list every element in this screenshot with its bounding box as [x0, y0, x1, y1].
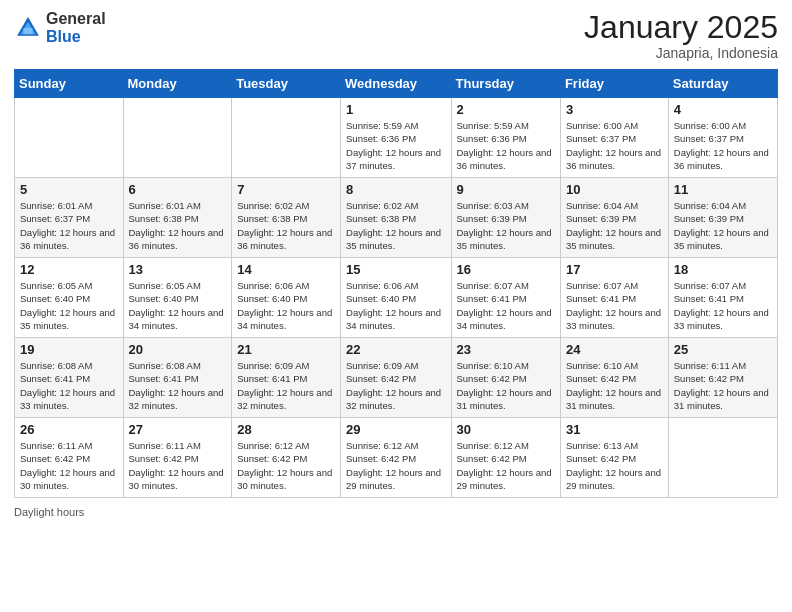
day-number: 17 — [566, 262, 663, 277]
footer: Daylight hours — [14, 506, 778, 518]
calendar-week-5: 26Sunrise: 6:11 AM Sunset: 6:42 PM Dayli… — [15, 418, 778, 498]
day-number: 30 — [457, 422, 555, 437]
day-info: Sunrise: 6:10 AM Sunset: 6:42 PM Dayligh… — [457, 359, 555, 412]
day-number: 20 — [129, 342, 227, 357]
calendar-dow-friday: Friday — [560, 70, 668, 98]
day-number: 15 — [346, 262, 445, 277]
calendar-cell: 6Sunrise: 6:01 AM Sunset: 6:38 PM Daylig… — [123, 178, 232, 258]
day-number: 11 — [674, 182, 772, 197]
calendar-dow-thursday: Thursday — [451, 70, 560, 98]
day-info: Sunrise: 6:07 AM Sunset: 6:41 PM Dayligh… — [566, 279, 663, 332]
day-number: 13 — [129, 262, 227, 277]
calendar: SundayMondayTuesdayWednesdayThursdayFrid… — [14, 69, 778, 498]
day-number: 8 — [346, 182, 445, 197]
day-number: 28 — [237, 422, 335, 437]
calendar-cell: 4Sunrise: 6:00 AM Sunset: 6:37 PM Daylig… — [668, 98, 777, 178]
day-info: Sunrise: 6:00 AM Sunset: 6:37 PM Dayligh… — [674, 119, 772, 172]
calendar-cell: 10Sunrise: 6:04 AM Sunset: 6:39 PM Dayli… — [560, 178, 668, 258]
day-info: Sunrise: 6:03 AM Sunset: 6:39 PM Dayligh… — [457, 199, 555, 252]
calendar-dow-monday: Monday — [123, 70, 232, 98]
calendar-dow-wednesday: Wednesday — [341, 70, 451, 98]
calendar-header-row: SundayMondayTuesdayWednesdayThursdayFrid… — [15, 70, 778, 98]
day-info: Sunrise: 6:05 AM Sunset: 6:40 PM Dayligh… — [20, 279, 118, 332]
calendar-cell: 12Sunrise: 6:05 AM Sunset: 6:40 PM Dayli… — [15, 258, 124, 338]
calendar-cell: 14Sunrise: 6:06 AM Sunset: 6:40 PM Dayli… — [232, 258, 341, 338]
calendar-cell: 1Sunrise: 5:59 AM Sunset: 6:36 PM Daylig… — [341, 98, 451, 178]
calendar-dow-saturday: Saturday — [668, 70, 777, 98]
calendar-cell: 11Sunrise: 6:04 AM Sunset: 6:39 PM Dayli… — [668, 178, 777, 258]
day-number: 18 — [674, 262, 772, 277]
calendar-cell: 9Sunrise: 6:03 AM Sunset: 6:39 PM Daylig… — [451, 178, 560, 258]
calendar-cell — [232, 98, 341, 178]
day-number: 7 — [237, 182, 335, 197]
calendar-cell: 8Sunrise: 6:02 AM Sunset: 6:38 PM Daylig… — [341, 178, 451, 258]
day-info: Sunrise: 6:10 AM Sunset: 6:42 PM Dayligh… — [566, 359, 663, 412]
calendar-cell — [123, 98, 232, 178]
day-info: Sunrise: 5:59 AM Sunset: 6:36 PM Dayligh… — [346, 119, 445, 172]
calendar-cell: 15Sunrise: 6:06 AM Sunset: 6:40 PM Dayli… — [341, 258, 451, 338]
day-info: Sunrise: 6:01 AM Sunset: 6:38 PM Dayligh… — [129, 199, 227, 252]
calendar-cell — [668, 418, 777, 498]
title-location: Janapria, Indonesia — [584, 45, 778, 61]
day-info: Sunrise: 6:08 AM Sunset: 6:41 PM Dayligh… — [129, 359, 227, 412]
calendar-dow-tuesday: Tuesday — [232, 70, 341, 98]
day-number: 19 — [20, 342, 118, 357]
day-info: Sunrise: 6:11 AM Sunset: 6:42 PM Dayligh… — [129, 439, 227, 492]
day-info: Sunrise: 6:08 AM Sunset: 6:41 PM Dayligh… — [20, 359, 118, 412]
calendar-cell: 24Sunrise: 6:10 AM Sunset: 6:42 PM Dayli… — [560, 338, 668, 418]
logo-text: General Blue — [46, 10, 106, 45]
calendar-cell: 28Sunrise: 6:12 AM Sunset: 6:42 PM Dayli… — [232, 418, 341, 498]
day-number: 4 — [674, 102, 772, 117]
day-number: 31 — [566, 422, 663, 437]
day-info: Sunrise: 6:02 AM Sunset: 6:38 PM Dayligh… — [346, 199, 445, 252]
day-info: Sunrise: 6:11 AM Sunset: 6:42 PM Dayligh… — [674, 359, 772, 412]
day-number: 1 — [346, 102, 445, 117]
day-info: Sunrise: 6:01 AM Sunset: 6:37 PM Dayligh… — [20, 199, 118, 252]
header: General Blue January 2025 Janapria, Indo… — [14, 10, 778, 61]
calendar-cell: 31Sunrise: 6:13 AM Sunset: 6:42 PM Dayli… — [560, 418, 668, 498]
day-number: 10 — [566, 182, 663, 197]
day-info: Sunrise: 6:07 AM Sunset: 6:41 PM Dayligh… — [457, 279, 555, 332]
title-month: January 2025 — [584, 10, 778, 45]
calendar-cell: 20Sunrise: 6:08 AM Sunset: 6:41 PM Dayli… — [123, 338, 232, 418]
day-info: Sunrise: 5:59 AM Sunset: 6:36 PM Dayligh… — [457, 119, 555, 172]
day-info: Sunrise: 6:09 AM Sunset: 6:42 PM Dayligh… — [346, 359, 445, 412]
logo-general-text: General — [46, 10, 106, 28]
day-info: Sunrise: 6:11 AM Sunset: 6:42 PM Dayligh… — [20, 439, 118, 492]
calendar-week-4: 19Sunrise: 6:08 AM Sunset: 6:41 PM Dayli… — [15, 338, 778, 418]
day-info: Sunrise: 6:12 AM Sunset: 6:42 PM Dayligh… — [457, 439, 555, 492]
logo-blue-text: Blue — [46, 28, 106, 46]
day-number: 12 — [20, 262, 118, 277]
calendar-week-3: 12Sunrise: 6:05 AM Sunset: 6:40 PM Dayli… — [15, 258, 778, 338]
calendar-cell: 21Sunrise: 6:09 AM Sunset: 6:41 PM Dayli… — [232, 338, 341, 418]
day-number: 22 — [346, 342, 445, 357]
day-number: 25 — [674, 342, 772, 357]
logo: General Blue — [14, 10, 106, 45]
day-number: 9 — [457, 182, 555, 197]
day-number: 2 — [457, 102, 555, 117]
calendar-cell: 5Sunrise: 6:01 AM Sunset: 6:37 PM Daylig… — [15, 178, 124, 258]
calendar-cell: 16Sunrise: 6:07 AM Sunset: 6:41 PM Dayli… — [451, 258, 560, 338]
svg-rect-2 — [23, 28, 32, 34]
daylight-hours-label: Daylight hours — [14, 506, 84, 518]
calendar-cell: 22Sunrise: 6:09 AM Sunset: 6:42 PM Dayli… — [341, 338, 451, 418]
calendar-cell: 25Sunrise: 6:11 AM Sunset: 6:42 PM Dayli… — [668, 338, 777, 418]
day-info: Sunrise: 6:12 AM Sunset: 6:42 PM Dayligh… — [237, 439, 335, 492]
day-info: Sunrise: 6:04 AM Sunset: 6:39 PM Dayligh… — [674, 199, 772, 252]
calendar-week-1: 1Sunrise: 5:59 AM Sunset: 6:36 PM Daylig… — [15, 98, 778, 178]
day-info: Sunrise: 6:05 AM Sunset: 6:40 PM Dayligh… — [129, 279, 227, 332]
day-number: 5 — [20, 182, 118, 197]
day-info: Sunrise: 6:06 AM Sunset: 6:40 PM Dayligh… — [237, 279, 335, 332]
day-info: Sunrise: 6:07 AM Sunset: 6:41 PM Dayligh… — [674, 279, 772, 332]
day-number: 26 — [20, 422, 118, 437]
calendar-cell: 19Sunrise: 6:08 AM Sunset: 6:41 PM Dayli… — [15, 338, 124, 418]
day-number: 16 — [457, 262, 555, 277]
calendar-dow-sunday: Sunday — [15, 70, 124, 98]
calendar-cell: 18Sunrise: 6:07 AM Sunset: 6:41 PM Dayli… — [668, 258, 777, 338]
day-number: 3 — [566, 102, 663, 117]
calendar-cell: 26Sunrise: 6:11 AM Sunset: 6:42 PM Dayli… — [15, 418, 124, 498]
day-number: 27 — [129, 422, 227, 437]
calendar-cell: 23Sunrise: 6:10 AM Sunset: 6:42 PM Dayli… — [451, 338, 560, 418]
day-info: Sunrise: 6:06 AM Sunset: 6:40 PM Dayligh… — [346, 279, 445, 332]
day-info: Sunrise: 6:02 AM Sunset: 6:38 PM Dayligh… — [237, 199, 335, 252]
